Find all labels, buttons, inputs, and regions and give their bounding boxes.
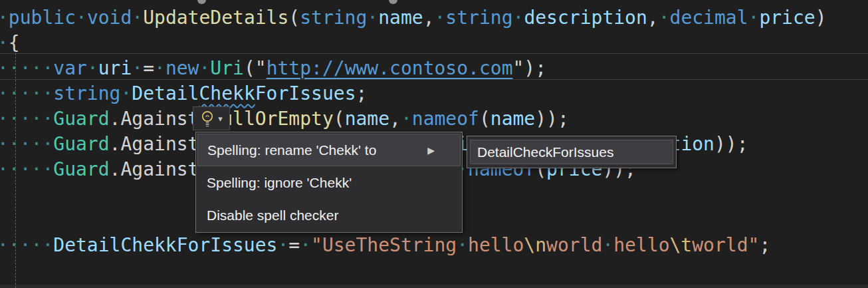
misspelled-identifier: Chekk <box>199 82 255 104</box>
code-token: UpdateDetails <box>143 7 288 29</box>
whitespace-dot: ····· <box>0 57 53 79</box>
whitespace-dot: · <box>457 234 468 256</box>
code-token: Uri <box>210 57 244 79</box>
code-token: Guard <box>53 158 109 180</box>
whitespace-dot: · <box>132 7 143 29</box>
code-token: var <box>53 57 87 79</box>
code-token: , <box>389 108 401 130</box>
whitespace-dot: · <box>87 57 98 79</box>
whitespace-dot: · <box>300 234 311 256</box>
hyperlink-url[interactable]: http://www.contoso.com <box>267 57 513 79</box>
whitespace-dot: · <box>199 57 210 79</box>
code-token: , <box>423 7 435 29</box>
code-line[interactable]: ·····DetailChekkForIssues·=·"UseTheStrin… <box>0 233 770 258</box>
code-token: Guard <box>53 108 109 130</box>
indent-guide <box>15 53 16 288</box>
code-token: ForIssues <box>255 82 356 104</box>
code-token: hello <box>613 234 669 256</box>
code-token: new <box>165 57 199 79</box>
code-token: . <box>110 158 121 180</box>
whitespace-dot: · <box>367 7 378 29</box>
code-token: uri <box>98 57 132 79</box>
submenu-item-detailcheckforissues[interactable]: DetailCheckForIssues <box>470 140 673 164</box>
code-token: name <box>345 108 389 130</box>
code-token: Against <box>120 108 199 130</box>
window-bottom-edge <box>0 285 868 288</box>
code-token: ( <box>334 108 345 130</box>
code-token: name <box>378 7 423 29</box>
spell-check-context-menu: Spelling: rename 'Chekk' to ▶ Spelling: … <box>195 132 463 233</box>
code-token: Guard <box>53 133 109 155</box>
code-token: name <box>490 108 535 130</box>
whitespace-dot: · <box>0 7 9 29</box>
code-line[interactable]: ·····Guard.Against.NullOrEmpty(name,·nam… <box>0 106 569 132</box>
whitespace-dot: ····· <box>0 108 53 130</box>
code-token: . <box>110 133 121 155</box>
code-token: )); <box>714 133 748 155</box>
code-token: , <box>647 7 659 29</box>
whitespace-dot: ····· <box>0 234 53 256</box>
code-token: string <box>445 7 512 29</box>
menu-item-ignore-chekk[interactable]: Spelling: ignore 'Chekk' <box>197 166 461 199</box>
code-token: world <box>546 234 602 256</box>
menu-item-rename-chekk[interactable]: Spelling: rename 'Chekk' to ▶ <box>197 134 461 166</box>
submenu-item-label: DetailCheckForIssues <box>477 144 613 160</box>
whitespace-dot: · <box>435 7 446 29</box>
code-token: hello <box>468 234 524 256</box>
whitespace-dot: · <box>76 7 87 29</box>
code-token: )); <box>535 108 569 130</box>
whitespace-dot: · <box>401 108 412 130</box>
whitespace-dot: ····· <box>0 158 53 180</box>
menu-item-label: Spelling: ignore 'Chekk' <box>207 175 352 191</box>
code-token: price <box>759 7 815 29</box>
code-token: string <box>300 7 367 29</box>
code-token: ( <box>288 7 300 29</box>
rename-suggestions-submenu: DetailCheckForIssues <box>467 136 677 168</box>
whitespace-dot: ····· <box>0 82 53 104</box>
code-token: "UseTheString <box>311 234 457 256</box>
whitespace-dot: · <box>277 234 288 256</box>
code-token: public <box>9 7 76 29</box>
code-token: nameof <box>412 108 479 130</box>
code-token: Against <box>120 133 199 155</box>
code-token: decimal <box>670 7 748 29</box>
menu-item-label: Spelling: rename 'Chekk' to <box>207 142 376 158</box>
code-token: DetailChekkForIssues <box>53 234 277 256</box>
whitespace-dot: · <box>659 7 670 29</box>
code-token: void <box>87 7 132 29</box>
code-line[interactable]: ·public·void·UpdateDetails(string·name,·… <box>0 5 827 31</box>
whitespace-dot: · <box>513 7 524 29</box>
menu-item-disable-spell-checker[interactable]: Disable spell checker <box>197 199 461 231</box>
code-token: ) <box>815 7 827 29</box>
code-line[interactable]: ·····string·DetailChekkForIssues; <box>0 81 367 106</box>
code-token: \n <box>524 234 546 256</box>
code-token: Detail <box>132 82 199 104</box>
code-token: "); <box>513 57 547 79</box>
whitespace-dot: · <box>132 57 143 79</box>
code-line[interactable]: ·····var·uri·=·new·Uri("http://www.conto… <box>0 56 546 81</box>
whitespace-dot: ····· <box>0 133 53 155</box>
code-token: Against <box>120 158 199 180</box>
lightbulb-icon <box>200 110 215 128</box>
code-editor[interactable]: ·public·void·UpdateDetails(string·name,·… <box>0 0 868 288</box>
clipped-text-remnant <box>389 0 397 4</box>
code-token: string <box>53 82 120 104</box>
code-token: { <box>9 32 20 54</box>
code-line[interactable]: ·{ <box>0 31 20 56</box>
lightbulb-quick-actions-button[interactable]: ▾ <box>193 106 230 130</box>
dropdown-arrow-icon: ▾ <box>218 114 223 123</box>
whitespace-dot: · <box>0 32 9 54</box>
whitespace-dot: · <box>602 234 613 256</box>
whitespace-dot: · <box>748 7 760 29</box>
submenu-arrow-icon: ▶ <box>427 146 435 155</box>
whitespace-dot: · <box>154 57 165 79</box>
clipped-text-remnant <box>197 0 206 4</box>
code-token: ( <box>479 108 490 130</box>
code-token: world" <box>692 234 759 256</box>
whitespace-dot: · <box>120 82 132 104</box>
code-token: = <box>288 234 300 256</box>
code-token: ; <box>356 82 367 104</box>
code-token: description <box>524 7 647 29</box>
menu-item-label: Disable spell checker <box>207 208 338 223</box>
code-token: = <box>143 57 154 79</box>
